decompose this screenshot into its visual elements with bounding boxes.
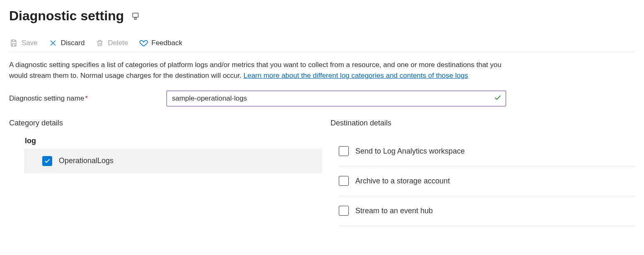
storage-label: Archive to a storage account <box>355 177 450 185</box>
operational-logs-checkbox[interactable] <box>42 156 52 166</box>
delete-button[interactable]: Delete <box>95 38 128 48</box>
toolbar: Save Discard Delete Feedback <box>9 36 635 52</box>
log-group-label: log <box>24 137 322 145</box>
destination-row-storage: Archive to a storage account <box>339 166 635 196</box>
pin-icon[interactable] <box>131 12 140 20</box>
destination-row-log-analytics: Send to Log Analytics workspace <box>339 137 635 166</box>
setting-name-input[interactable] <box>166 91 506 106</box>
description-text: A diagnostic setting specifies a list of… <box>9 60 506 82</box>
feedback-label: Feedback <box>152 39 183 47</box>
discard-label: Discard <box>61 39 85 47</box>
setting-name-label: Diagnostic setting name* <box>9 94 158 103</box>
svg-rect-0 <box>133 13 138 17</box>
storage-checkbox[interactable] <box>339 176 349 186</box>
setting-name-label-text: Diagnostic setting name <box>9 94 84 102</box>
destination-row-event-hub: Stream to an event hub <box>339 196 635 226</box>
heart-icon <box>139 38 148 48</box>
save-icon <box>9 38 18 48</box>
log-analytics-checkbox[interactable] <box>339 146 349 156</box>
valid-check-icon <box>494 94 502 103</box>
feedback-button[interactable]: Feedback <box>139 38 183 48</box>
event-hub-label: Stream to an event hub <box>355 207 433 215</box>
event-hub-checkbox[interactable] <box>339 206 349 216</box>
trash-icon <box>95 38 104 48</box>
destination-details-heading: Destination details <box>330 119 635 128</box>
delete-label: Delete <box>108 39 128 47</box>
discard-button[interactable]: Discard <box>48 38 85 48</box>
log-category-name: OperationalLogs <box>59 156 113 165</box>
save-label: Save <box>22 39 38 47</box>
log-category-row: OperationalLogs <box>24 149 322 173</box>
save-button[interactable]: Save <box>9 38 38 48</box>
close-icon <box>48 38 58 48</box>
page-title: Diagnostic setting <box>9 8 124 24</box>
category-details-heading: Category details <box>9 119 322 128</box>
log-analytics-label: Send to Log Analytics workspace <box>355 147 465 156</box>
learn-more-link[interactable]: Learn more about the different log categ… <box>244 72 468 79</box>
required-asterisk: * <box>85 94 88 102</box>
